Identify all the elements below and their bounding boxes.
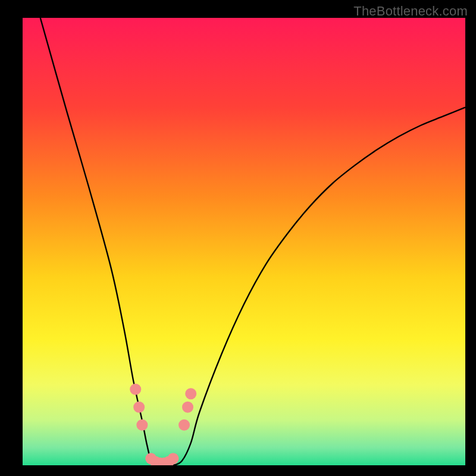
gradient-background [23,18,465,465]
marker-dot [182,402,193,413]
marker-dot [178,419,190,431]
marker-dot [167,453,178,464]
watermark-text: TheBottleneck.com [353,4,468,19]
marker-dot [136,419,148,431]
marker-dot [185,388,196,399]
marker-dot [133,402,145,413]
chart-plot-area [23,18,465,465]
marker-dot [130,384,141,395]
bottleneck-chart-svg [23,18,465,465]
